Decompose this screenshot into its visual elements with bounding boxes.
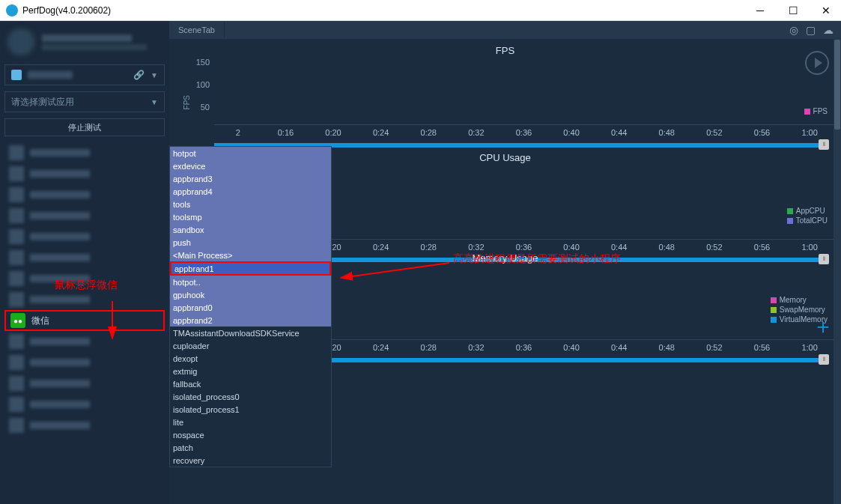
time-tick: 0:40 — [547, 343, 595, 352]
process-item[interactable]: cuploader — [170, 339, 331, 352]
app-select-placeholder: 请选择测试应用 — [11, 96, 151, 109]
process-item[interactable]: appbrand2 — [170, 314, 331, 327]
close-button[interactable]: ✕ — [817, 4, 835, 16]
wechat-label: 微信 — [31, 315, 49, 327]
time-tick: 1:00 — [786, 128, 834, 137]
legend-memory: Memory — [771, 296, 828, 304]
user-email — [42, 44, 147, 50]
device-selector[interactable]: 🔗 ▼ — [4, 64, 165, 85]
window-titlebar: PerfDog(v4.0.200602) ─ ☐ ✕ — [0, 0, 841, 21]
stop-button-label: 停止测试 — [68, 122, 101, 133]
link-icon: 🔗 — [133, 70, 145, 80]
maximize-button[interactable]: ☐ — [784, 4, 802, 16]
process-item[interactable]: isolated_process1 — [170, 403, 331, 416]
app-icon — [6, 4, 18, 16]
time-tick: 0:28 — [404, 343, 452, 352]
app-list-item[interactable] — [4, 184, 165, 205]
time-tick: 0:48 — [643, 343, 690, 352]
time-tick: 0:24 — [357, 343, 405, 352]
process-item[interactable]: extmig — [170, 365, 331, 377]
time-tick: 0:16 — [262, 128, 310, 137]
process-item[interactable]: hotpot — [170, 147, 331, 160]
time-tick: 0:44 — [595, 128, 643, 137]
app-list-item[interactable] — [4, 373, 165, 394]
process-item[interactable]: <Main Process> — [170, 249, 331, 261]
user-name — [42, 34, 132, 42]
time-tick: 0:28 — [404, 128, 452, 137]
process-item[interactable]: appbrand0 — [170, 301, 331, 314]
process-item[interactable]: isolated_process0 — [170, 390, 331, 403]
process-item[interactable]: appbrand4 — [170, 185, 331, 198]
time-tick: 0:32 — [452, 128, 500, 137]
sidebar: 🔗 ▼ 请选择测试应用 ▼ 停止测试 ●● 微信 — [0, 21, 169, 504]
time-tick: 0:36 — [500, 128, 548, 137]
vertical-scrollbar[interactable] — [834, 39, 841, 504]
android-icon — [11, 70, 22, 80]
time-tick: 0:32 — [452, 343, 500, 352]
process-item[interactable]: exdevice — [170, 160, 331, 172]
app-list-item[interactable] — [4, 352, 165, 373]
legend-totalcpu: TotalCPU — [787, 216, 828, 225]
time-tick: 0:40 — [547, 128, 595, 137]
annotation-highlighted-process: 高亮的进程便是所需要测试的小程序 — [453, 252, 621, 266]
annotation-arrow-1 — [105, 297, 142, 350]
legend-appcpu: AppCPU — [787, 207, 828, 215]
time-tick: 0:44 — [595, 343, 643, 352]
app-list-item[interactable] — [4, 415, 165, 436]
app-list-item[interactable] — [4, 142, 165, 163]
fps-chart: FPS FPS 150 100 50 FPS 20:160:200:240:28… — [177, 43, 834, 148]
stop-test-button[interactable]: 停止测试 — [4, 118, 165, 136]
scrollbar-thumb[interactable] — [834, 40, 840, 130]
process-item[interactable]: push — [170, 236, 331, 249]
fps-y-axis: 150 100 50 — [177, 58, 214, 125]
user-section[interactable] — [4, 25, 165, 58]
time-tick: 2 — [214, 128, 262, 137]
process-item[interactable]: fallback — [170, 377, 331, 390]
time-tick: 0:48 — [643, 128, 690, 137]
app-list-item[interactable] — [4, 247, 165, 268]
time-tick: 0:36 — [500, 343, 548, 352]
process-item[interactable]: lite — [170, 416, 331, 428]
time-tick: 0:52 — [690, 128, 738, 137]
fps-chart-title: FPS — [177, 43, 834, 58]
time-tick: 1:00 — [786, 343, 834, 352]
time-tick: 0:56 — [738, 343, 786, 352]
app-list-item[interactable] — [4, 163, 165, 184]
device-name — [28, 71, 73, 79]
time-tick: 0:56 — [738, 128, 786, 137]
window-title: PerfDog(v4.0.200602) — [22, 5, 111, 16]
timeline-end-icon: ⦀ — [819, 139, 829, 150]
process-item[interactable]: recovery — [170, 454, 331, 467]
process-item[interactable]: patch — [170, 441, 331, 454]
cloud-icon[interactable]: ☁ — [823, 24, 834, 36]
location-icon[interactable]: ◎ — [789, 24, 798, 36]
process-item[interactable]: toolsmp — [170, 210, 331, 223]
process-item[interactable]: appbrand3 — [170, 172, 331, 185]
minimize-button[interactable]: ─ — [751, 4, 769, 16]
app-list-item[interactable] — [4, 226, 165, 247]
add-chart-button[interactable]: ＋ — [813, 312, 834, 341]
process-item[interactable]: hotpot.. — [170, 276, 331, 288]
fps-y-label: FPS — [183, 95, 191, 109]
process-item[interactable]: TMAssistantDownloadSDKService — [170, 327, 331, 339]
folder-icon[interactable]: ▢ — [806, 24, 816, 36]
process-item[interactable]: dexopt — [170, 352, 331, 365]
time-tick: 0:20 — [309, 128, 357, 137]
process-item[interactable]: sandbox — [170, 223, 331, 236]
scene-tab[interactable]: SceneTab — [169, 22, 225, 38]
annotation-hover-wechat: 鼠标悬浮微信 — [55, 279, 118, 292]
avatar — [7, 28, 34, 55]
timeline-end-icon: ⦀ — [819, 354, 829, 365]
app-selector[interactable]: 请选择测试应用 ▼ — [4, 91, 165, 112]
process-item[interactable]: tools — [170, 198, 331, 210]
chevron-down-icon: ▼ — [151, 98, 158, 106]
process-item[interactable]: gpuhook — [170, 288, 331, 301]
time-tick: 0:24 — [357, 128, 405, 137]
fps-plot-area — [214, 58, 834, 125]
process-item[interactable]: appbrand1 — [170, 261, 331, 276]
app-list-item[interactable] — [4, 205, 165, 226]
svg-line-1 — [341, 263, 449, 278]
app-list-item[interactable] — [4, 394, 165, 415]
process-list-popup: hotpotexdeviceappbrand3appbrand4toolstoo… — [169, 146, 332, 467]
process-item[interactable]: nospace — [170, 428, 331, 441]
